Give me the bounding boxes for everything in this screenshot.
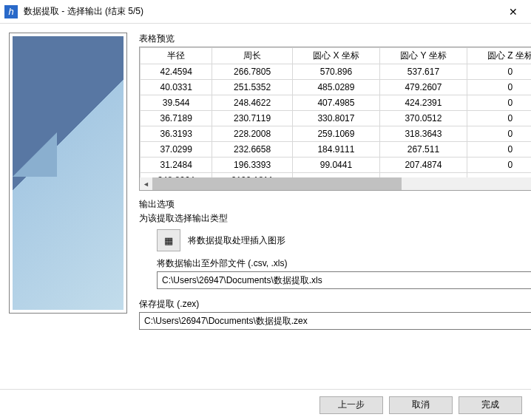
table-cell: 318.3643 bbox=[380, 126, 467, 142]
table-cell: 0 bbox=[467, 158, 531, 173]
table-cell: 40.0331 bbox=[141, 80, 212, 95]
table-cell: 39.544 bbox=[141, 95, 212, 111]
save-path-input[interactable] bbox=[139, 312, 531, 330]
table-cell: 31.2484 bbox=[141, 158, 212, 173]
back-button[interactable]: 上一步 bbox=[319, 396, 383, 414]
table-cell: 0 bbox=[467, 142, 531, 158]
table-icon: ▦ bbox=[164, 235, 173, 246]
table-row[interactable]: 36.3193228.2008259.1069318.36430 bbox=[141, 126, 532, 142]
table-cell: 184.9111 bbox=[292, 142, 379, 158]
table-cell: 99.0441 bbox=[292, 158, 379, 173]
titlebar: h 数据提取 - 选择输出 (结束 5/5) ✕ bbox=[0, 0, 531, 24]
table-cell: 266.7805 bbox=[212, 64, 292, 80]
save-extract-label: 保存提取 (.zex) bbox=[139, 298, 531, 311]
horizontal-scroll-track[interactable] bbox=[152, 177, 531, 190]
table-cell: 248.4622 bbox=[212, 95, 292, 111]
table-cell: 37.0299 bbox=[141, 142, 212, 158]
export-path-input[interactable] bbox=[157, 271, 531, 289]
cancel-button[interactable]: 取消 bbox=[389, 396, 453, 414]
insert-into-drawing-button[interactable]: ▦ bbox=[157, 229, 180, 251]
table-cell: 267.511 bbox=[380, 142, 467, 158]
dialog-footer: 上一步 取消 完成 bbox=[0, 389, 531, 420]
col-center-z[interactable]: 圆心 Z 坐标^ bbox=[467, 48, 531, 64]
col-radius[interactable]: 半径 bbox=[141, 48, 212, 64]
table-cell: 259.1069 bbox=[292, 126, 379, 142]
insert-into-drawing-label: 将数据提取处理插入图形 bbox=[188, 234, 285, 247]
table-row[interactable]: 36.7189230.7119330.8017370.05120 bbox=[141, 111, 532, 126]
table-cell: 0 bbox=[467, 80, 531, 95]
output-type-label: 为该提取选择输出类型 bbox=[139, 212, 531, 225]
col-center-x[interactable]: 圆心 X 坐标 bbox=[292, 48, 379, 64]
finish-button[interactable]: 完成 bbox=[459, 396, 522, 414]
table-cell: 570.896 bbox=[292, 64, 379, 80]
table-cell: 479.2607 bbox=[380, 80, 467, 95]
table-cell: 0 bbox=[467, 64, 531, 80]
table-cell: 207.4874 bbox=[380, 158, 467, 173]
preview-image-frame bbox=[9, 33, 127, 314]
table-cell: 407.4985 bbox=[292, 95, 379, 111]
table-cell: 0 bbox=[467, 95, 531, 111]
col-circumference[interactable]: 周长 bbox=[212, 48, 292, 64]
data-table: 半径 周长 圆心 X 坐标 圆心 Y 坐标 圆心 Z 坐标^ 42.459426… bbox=[140, 47, 531, 177]
table-cell: 0 bbox=[467, 111, 531, 126]
table-cell: 232.6658 bbox=[212, 142, 292, 158]
table-cell: 424.2391 bbox=[380, 95, 467, 111]
preview-pane bbox=[9, 33, 127, 380]
table-cell: 36.3193 bbox=[141, 126, 212, 142]
table-cell: 228.2008 bbox=[212, 126, 292, 142]
horizontal-scroll-thumb[interactable] bbox=[152, 177, 402, 190]
table-cell: 370.0512 bbox=[380, 111, 467, 126]
table-cell: 485.0289 bbox=[292, 80, 379, 95]
page-fold-icon bbox=[13, 132, 57, 177]
table-row[interactable]: 40.0331251.5352485.0289479.26070 bbox=[141, 80, 532, 95]
table-cell: 42.4594 bbox=[141, 64, 212, 80]
table-cell: 0 bbox=[467, 126, 531, 142]
table-cell: 230.7119 bbox=[212, 111, 292, 126]
table-row[interactable]: 31.2484196.339399.0441207.48740 bbox=[141, 158, 532, 173]
table-row[interactable]: 42.4594266.7805570.896537.6170 bbox=[141, 64, 532, 80]
col-center-y[interactable]: 圆心 Y 坐标 bbox=[380, 48, 467, 64]
table-header-row: 半径 周长 圆心 X 坐标 圆心 Y 坐标 圆心 Z 坐标^ bbox=[141, 48, 532, 64]
app-icon: h bbox=[4, 5, 18, 18]
window-title: 数据提取 - 选择输出 (结束 5/5) bbox=[24, 5, 497, 18]
export-external-label: 将数据输出至外部文件 (.csv, .xls) bbox=[157, 257, 531, 270]
table-cell: 196.3393 bbox=[212, 158, 292, 173]
horizontal-scrollbar[interactable]: ◄ ► bbox=[140, 177, 531, 190]
table-preview: 半径 周长 圆心 X 坐标 圆心 Y 坐标 圆心 Z 坐标^ 42.459426… bbox=[139, 47, 531, 191]
table-cell: 330.8017 bbox=[292, 111, 379, 126]
preview-image bbox=[13, 36, 124, 310]
output-options-label: 输出选项 bbox=[139, 198, 531, 211]
table-row[interactable]: 37.0299232.6658184.9111267.5110 bbox=[141, 142, 532, 158]
scroll-left-icon[interactable]: ◄ bbox=[140, 177, 152, 190]
table-cell: 251.5352 bbox=[212, 80, 292, 95]
table-cell: 36.7189 bbox=[141, 111, 212, 126]
close-button[interactable]: ✕ bbox=[497, 1, 530, 23]
table-row[interactable]: 39.544248.4622407.4985424.23910 bbox=[141, 95, 532, 111]
table-preview-label: 表格预览 bbox=[139, 33, 531, 45]
table-scroll-area[interactable]: 半径 周长 圆心 X 坐标 圆心 Y 坐标 圆心 Z 坐标^ 42.459426… bbox=[140, 47, 531, 177]
table-cell: 537.617 bbox=[380, 64, 467, 80]
